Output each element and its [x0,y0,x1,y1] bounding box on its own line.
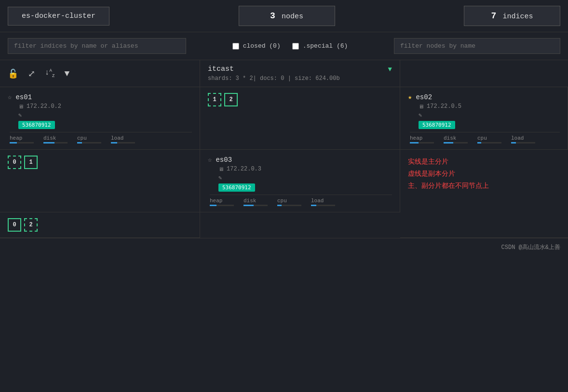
index-name-row: itcast ▼ [208,65,392,73]
cluster-name-box: es-docker-cluster [8,7,109,26]
lock-icon[interactable]: 🔓 [8,68,18,79]
metric-cpu-es02: cpu [477,135,501,144]
metric-cpu-es01: cpu [77,135,101,144]
node-row-es01: ☆ es01 🖥 172.22.0.2 ✎ 536870912 heap dis… [0,87,200,150]
indices-filter-input[interactable] [8,38,186,54]
node-tag-row-es02: 536870912 [419,121,560,129]
index-header-cell: itcast ▼ shards: 3 * 2| docs: 0 | size: … [200,60,400,87]
annotation-text: 实线是主分片 虚线是副本分片 主、副分片都在不同节点上 [408,156,560,192]
node-tag-row-es01: 536870912 [18,121,192,129]
main-grid: 🔓 ⤢ ↓AZ ▼ itcast ▼ shards: 3 * 2| docs: … [0,60,568,238]
node-name-es03: es03 [216,156,232,164]
annotation-line1: 实线是主分片 [408,156,560,168]
metric-disk-es03: disk [243,198,268,206]
node-name-row-es02: ★ es02 [408,93,560,101]
filter-dropdown-icon[interactable]: ▼ [64,69,69,78]
node-tag-es01: 536870912 [18,121,55,129]
node-name-es01: es01 [15,93,32,101]
disk-icon-es02: 🖥 [419,104,424,110]
node-metrics-es02: heap disk cpu load [410,132,560,144]
indices-label: indices [502,13,533,21]
toolbar-cell: 🔓 ⤢ ↓AZ ▼ [0,60,200,87]
disk-icon-es01: 🖥 [18,104,24,110]
indices-count-box: 7 indices [464,6,560,26]
shard-boxes-es02: 0 1 [8,156,192,169]
shard-boxes-es03: 0 2 [8,218,192,232]
expand-icon[interactable]: ⤢ [28,68,35,79]
index-dropdown-arrow[interactable]: ▼ [388,65,392,73]
nodes-filter-input[interactable] [394,38,560,54]
footer: CSDN @高山流水&上善 [0,238,568,256]
metric-load-es02: load [511,135,535,144]
star-icon-es01[interactable]: ☆ [8,93,12,101]
shard-1-solid-es02[interactable]: 1 [24,156,38,169]
node-metrics-es03: heap disk cpu load [210,195,392,206]
shard-0-dashed-es02[interactable]: 0 [8,156,21,169]
nodes-label: nodes [282,13,303,21]
node-tag-es02: 536870912 [419,121,455,129]
special-label: .special (6) [303,42,348,50]
annotation-line2: 虚线是副本分片 [408,168,560,180]
shard-boxes-es01: 1 2 [208,93,392,106]
node-name-row-es01: ☆ es01 [8,93,192,101]
footer-text: CSDN @高山流水&上善 [501,244,560,251]
node-ip-es01: 🖥 172.22.0.2 [18,103,192,110]
node-tag-es03: 536870912 [218,183,255,192]
indices-count: 7 [491,11,497,21]
cluster-name: es-docker-cluster [22,12,95,20]
metric-disk-es01: disk [43,135,68,144]
special-filter[interactable]: .special (6) [292,42,348,50]
disk-icon-es03: 🖥 [218,166,224,172]
edit-icon-es03[interactable]: ✎ [218,174,392,182]
index-meta: shards: 3 * 2| docs: 0 | size: 624.00b [208,75,392,82]
node-row-es02: ★ es02 🖥 172.22.0.5 ✎ 536870912 heap dis… [400,87,568,150]
node-row-es03: ☆ es03 🖥 172.22.0.3 ✎ 536870912 heap dis… [200,150,400,212]
annotation-line3: 主、副分片都在不同节点上 [408,180,560,192]
annotation-cell: 实线是主分片 虚线是副本分片 主、副分片都在不同节点上 [400,150,568,238]
metric-disk-es02: disk [444,135,468,144]
shard-0-solid-es03[interactable]: 0 [8,218,21,232]
node-tag-row-es03: 536870912 [218,183,392,192]
shard-cell-es01: 1 2 [200,87,400,150]
top-right-empty [400,60,568,87]
node-name-row-es03: ☆ es03 [208,156,392,164]
filter-bar: closed (0) .special (6) [0,32,568,60]
shard-2-solid-es01[interactable]: 2 [224,93,238,106]
header-bar: es-docker-cluster 3 nodes 7 indices [0,0,568,32]
metric-load-es01: load [111,135,135,144]
checkbox-group: closed (0) .special (6) [196,42,384,50]
edit-icon-es01[interactable]: ✎ [18,112,192,119]
shard-1-dashed-es01[interactable]: 1 [208,93,221,106]
nodes-count: 3 [270,11,275,21]
node-name-es02: es02 [416,93,432,101]
star-icon-es02[interactable]: ★ [408,93,412,101]
metric-heap-es03: heap [210,198,234,206]
index-name: itcast [208,65,234,73]
edit-icon-es02[interactable]: ✎ [419,112,560,119]
node-ip-es03: 🖥 172.22.0.3 [218,166,392,172]
nodes-count-box: 3 nodes [239,6,335,26]
closed-label: closed (0) [243,42,281,50]
metric-heap-es02: heap [410,135,434,144]
star-icon-es03[interactable]: ☆ [208,156,212,164]
closed-checkbox[interactable] [232,43,239,50]
metric-heap-es01: heap [10,135,34,144]
shard-cell-es02: 0 1 [0,150,200,212]
node-metrics-es01: heap disk cpu load [10,132,192,144]
node-ip-es02: 🖥 172.22.0.5 [419,103,560,110]
shard-cell-es03: 0 2 [0,212,200,238]
shard-2-dashed-es03[interactable]: 2 [24,218,38,232]
metric-load-es03: load [311,198,335,206]
closed-filter[interactable]: closed (0) [232,42,281,50]
special-checkbox[interactable] [292,43,299,50]
metric-cpu-es03: cpu [277,198,301,206]
sort-icon[interactable]: ↓AZ [45,68,54,78]
